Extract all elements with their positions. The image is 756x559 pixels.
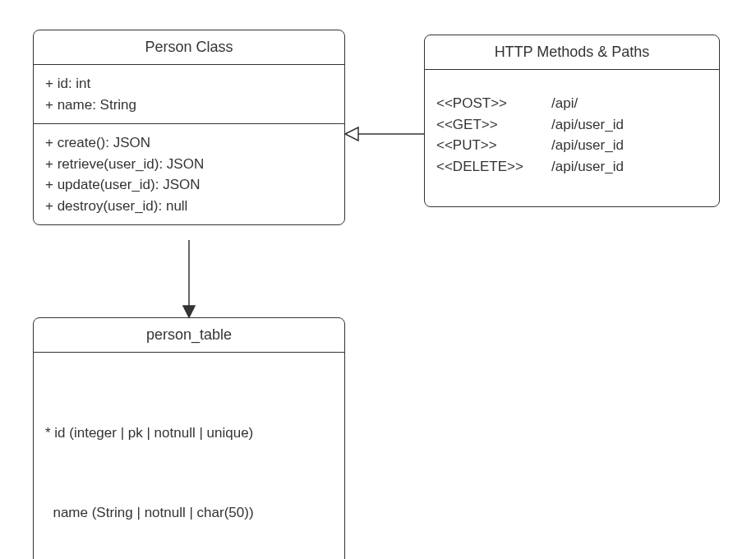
http-methods-title: HTTP Methods & Paths bbox=[425, 35, 719, 70]
http-method: <<PUT>> bbox=[436, 135, 551, 156]
arrowhead-filled-icon bbox=[183, 306, 195, 317]
person-table-box: person_table * id (integer | pk | notnul… bbox=[33, 317, 345, 559]
http-methods-body: <<POST>> /api/ <<GET>> /api/user_id <<PU… bbox=[425, 70, 719, 206]
http-method: <<GET>> bbox=[436, 114, 551, 136]
method-row: + create(): JSON bbox=[45, 132, 333, 154]
column-row: * id (integer | pk | notnull | unique) bbox=[45, 423, 333, 444]
http-row: <<GET>> /api/user_id bbox=[436, 114, 708, 136]
http-method: <<POST>> bbox=[436, 93, 551, 114]
http-path: /api/user_id bbox=[551, 135, 708, 156]
http-path: /api/user_id bbox=[551, 114, 708, 136]
attribute-row: + id: int bbox=[45, 73, 333, 95]
person-table-title: person_table bbox=[34, 318, 344, 353]
person-class-attributes: + id: int + name: String bbox=[34, 65, 344, 123]
http-row: <<PUT>> /api/user_id bbox=[436, 135, 708, 156]
method-row: + retrieve(user_id): JSON bbox=[45, 154, 333, 175]
method-row: + destroy(user_id): null bbox=[45, 196, 333, 217]
method-row: + update(user_id): JSON bbox=[45, 174, 333, 196]
http-row: <<POST>> /api/ bbox=[436, 93, 708, 114]
http-path: /api/ bbox=[551, 93, 708, 114]
person-class-box: Person Class + id: int + name: String + … bbox=[33, 30, 345, 225]
http-methods-box: HTTP Methods & Paths <<POST>> /api/ <<GE… bbox=[424, 35, 720, 207]
person-table-body: * id (integer | pk | notnull | unique) n… bbox=[34, 353, 344, 559]
arrowhead-open-icon bbox=[345, 127, 358, 141]
http-row: <<DELETE>> /api/user_id bbox=[436, 156, 708, 178]
http-path: /api/user_id bbox=[551, 156, 708, 178]
column-row: name (String | notnull | char(50)) bbox=[45, 502, 333, 524]
person-class-methods: + create(): JSON + retrieve(user_id): JS… bbox=[34, 123, 344, 224]
attribute-row: + name: String bbox=[45, 95, 333, 116]
http-method: <<DELETE>> bbox=[436, 156, 551, 178]
person-class-title: Person Class bbox=[34, 30, 344, 65]
